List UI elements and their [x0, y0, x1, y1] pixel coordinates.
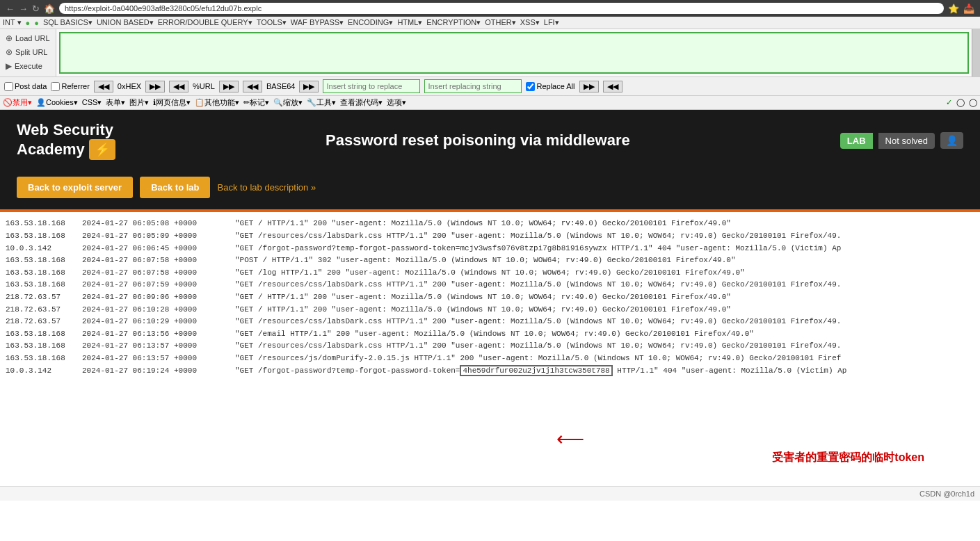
- nav-info[interactable]: ℹ网页信息▾: [153, 97, 191, 108]
- logo-text-block: Web Security Academy ⚡: [17, 121, 115, 160]
- nav-source[interactable]: 查看源代码▾: [340, 97, 383, 108]
- url-bar[interactable]: [59, 3, 944, 14]
- forward-icon[interactable]: →: [19, 3, 28, 14]
- log-timestamp: 2024-01-27 06:05:09 +0000: [82, 230, 235, 243]
- union-based-menu[interactable]: UNION BASED▾: [97, 18, 154, 27]
- nav-options[interactable]: 选项▾: [387, 97, 406, 108]
- hex-left-btn[interactable]: ◀◀: [94, 81, 113, 92]
- refresh-icon[interactable]: ↻: [32, 3, 40, 14]
- nav-mark[interactable]: ✏标记▾: [243, 97, 269, 108]
- back-to-lab-button[interactable]: Back to lab: [140, 177, 210, 198]
- insert-replacing-input[interactable]: [424, 79, 522, 93]
- logo-line1: Web Security: [17, 121, 115, 139]
- log-ip: 163.53.18.168: [6, 353, 82, 365]
- footer-text: CSDN @0rch1d: [919, 490, 974, 498]
- log-timestamp: 2024-01-27 06:05:08 +0000: [82, 218, 235, 230]
- log-ip: 163.53.18.168: [6, 255, 82, 267]
- browser-chrome: ← → ↻ 🏠 ⭐ 📥: [0, 0, 980, 17]
- html-menu[interactable]: HTML▾: [397, 18, 422, 27]
- log-request: "GET /resources/css/labsDark.css HTTP/1.…: [235, 317, 841, 325]
- log-row: 163.53.18.1682024-01-27 06:13:56 +0000"G…: [6, 328, 974, 341]
- base64-label: BASE64: [266, 82, 296, 90]
- log-row: 163.53.18.1682024-01-27 06:05:09 +0000"G…: [6, 230, 974, 243]
- log-timestamp: 2024-01-27 06:07:58 +0000: [82, 255, 235, 267]
- bookmark-icon[interactable]: ⭐: [948, 3, 959, 14]
- log-timestamp: 2024-01-27 06:10:28 +0000: [82, 304, 235, 316]
- log-ip: 10.0.3.142: [6, 243, 82, 255]
- home-icon[interactable]: 🏠: [44, 3, 55, 14]
- referrer-checkbox-label[interactable]: Referrer: [51, 82, 89, 91]
- insert-string-input[interactable]: [323, 79, 420, 93]
- xss-menu[interactable]: XSS▾: [520, 18, 540, 27]
- green-dot2: ●: [34, 19, 39, 27]
- error-double-menu[interactable]: ERROR/DOUBLE QUERY▾: [158, 18, 252, 27]
- replace-all-checkbox-label[interactable]: Replace All: [526, 82, 575, 91]
- nav-other[interactable]: 📋其他功能▾: [195, 97, 239, 108]
- lab-buttons: Back to exploit server Back to lab Back …: [0, 171, 980, 209]
- download-icon[interactable]: 📥: [963, 3, 974, 14]
- back-to-lab-desc-link[interactable]: Back to lab description »: [217, 182, 316, 193]
- replace-right-btn[interactable]: ▶▶: [579, 81, 599, 92]
- footer: CSDN @0rch1d: [0, 486, 980, 501]
- replace-all-label: Replace All: [536, 82, 575, 90]
- nav-circle1: ◯: [956, 98, 965, 107]
- lab-header: Web Security Academy ⚡ Password reset po…: [0, 110, 980, 171]
- log-row: 163.53.18.1682024-01-27 06:13:57 +0000"G…: [6, 353, 974, 365]
- replace-all-checkbox[interactable]: [526, 82, 535, 91]
- split-url-button[interactable]: ⊗ Split URL: [3, 46, 53, 58]
- execute-button[interactable]: ▶ Execute: [3, 60, 53, 72]
- log-ip: 10.0.3.142: [6, 365, 82, 378]
- log-request: "GET /resources/css/labsDark.css HTTP/1.…: [235, 280, 841, 289]
- url-left-btn[interactable]: ◀◀: [169, 81, 188, 92]
- sql-basics-menu[interactable]: SQL BASICS▾: [43, 18, 93, 27]
- log-request: "GET / HTTP/1.1" 200 "user-agent: Mozill…: [235, 293, 731, 301]
- back-to-exploit-button[interactable]: Back to exploit server: [17, 177, 133, 198]
- encoding-menu[interactable]: ENCODING▾: [348, 18, 393, 27]
- referrer-checkbox[interactable]: [51, 82, 60, 91]
- nav-forms[interactable]: 表单▾: [106, 97, 125, 108]
- log-timestamp: 2024-01-27 06:07:59 +0000: [82, 279, 235, 291]
- lab-title: Password reset poisoning via middleware: [115, 131, 840, 150]
- log-request: "GET /forgot-password?temp-forgot-passwo…: [235, 365, 846, 376]
- lab-status: Not solved: [878, 133, 935, 149]
- post-data-checkbox-label[interactable]: Post data: [4, 82, 47, 91]
- url-label: %URL: [193, 82, 215, 90]
- nav-cookies[interactable]: 👤Cookies▾: [36, 98, 78, 107]
- annotation-text: 受害者的重置密码的临时token: [0, 451, 980, 465]
- log-request: "GET /resources/js/domPurify-2.0.15.js H…: [235, 354, 841, 362]
- base64-right-btn[interactable]: ▶▶: [299, 81, 319, 92]
- nav-zoom[interactable]: 🔍缩放▾: [273, 97, 303, 108]
- nav-images[interactable]: 图片▾: [129, 97, 149, 108]
- url-area: ⊕ Load URL ⊗ Split URL ▶ Execute: [0, 29, 980, 77]
- hex-right-btn[interactable]: ▶▶: [145, 81, 165, 92]
- url-input-box[interactable]: [59, 32, 969, 74]
- load-url-button[interactable]: ⊕ Load URL: [3, 32, 53, 45]
- sql-toolbar: INT ▾ ● ● SQL BASICS▾ UNION BASED▾ ERROR…: [0, 17, 980, 29]
- log-timestamp: 2024-01-27 06:13:57 +0000: [82, 353, 235, 365]
- lfi-menu[interactable]: LFI▾: [544, 18, 559, 27]
- url-right-btn[interactable]: ▶▶: [219, 81, 239, 92]
- back-icon[interactable]: ←: [6, 3, 15, 14]
- tools-menu[interactable]: TOOLS▾: [257, 18, 287, 27]
- log-request: "GET /resources/css/labsDark.css HTTP/1.…: [235, 232, 841, 240]
- nav-toolbar: 🚫禁用▾ 👤Cookies▾ CSS▾ 表单▾ 图片▾ ℹ网页信息▾ 📋其他功能…: [0, 96, 980, 110]
- load-url-icon: ⊕: [6, 33, 13, 43]
- scrollbar[interactable]: [972, 29, 980, 76]
- base64-left-btn[interactable]: ◀◀: [243, 81, 262, 92]
- nav-disable[interactable]: 🚫禁用▾: [3, 97, 32, 108]
- log-ip: 163.53.18.168: [6, 267, 82, 280]
- log-request: "GET /resources/css/labsDark.css HTTP/1.…: [235, 341, 841, 350]
- log-request: "GET /email HTTP/1.1" 200 "user-agent: M…: [235, 330, 754, 338]
- log-ip: 163.53.18.168: [6, 230, 82, 243]
- encryption-menu[interactable]: ENCRYPTION▾: [426, 18, 481, 27]
- nav-tools[interactable]: 🔧工具▾: [307, 97, 336, 108]
- execute-icon: ▶: [6, 61, 12, 71]
- int-selector[interactable]: INT ▾: [3, 18, 22, 27]
- post-data-checkbox[interactable]: [4, 82, 13, 91]
- waf-bypass-menu[interactable]: WAF BYPASS▾: [291, 18, 344, 27]
- highlight-token: 4he59drfur002u2jv1j1h3tcw350t788: [460, 365, 612, 376]
- nav-css[interactable]: CSS▾: [82, 98, 102, 107]
- log-row: 163.53.18.1682024-01-27 06:05:08 +0000"G…: [6, 218, 974, 230]
- other-menu[interactable]: OTHER▾: [485, 18, 516, 27]
- replace-left-btn[interactable]: ◀◀: [603, 81, 622, 92]
